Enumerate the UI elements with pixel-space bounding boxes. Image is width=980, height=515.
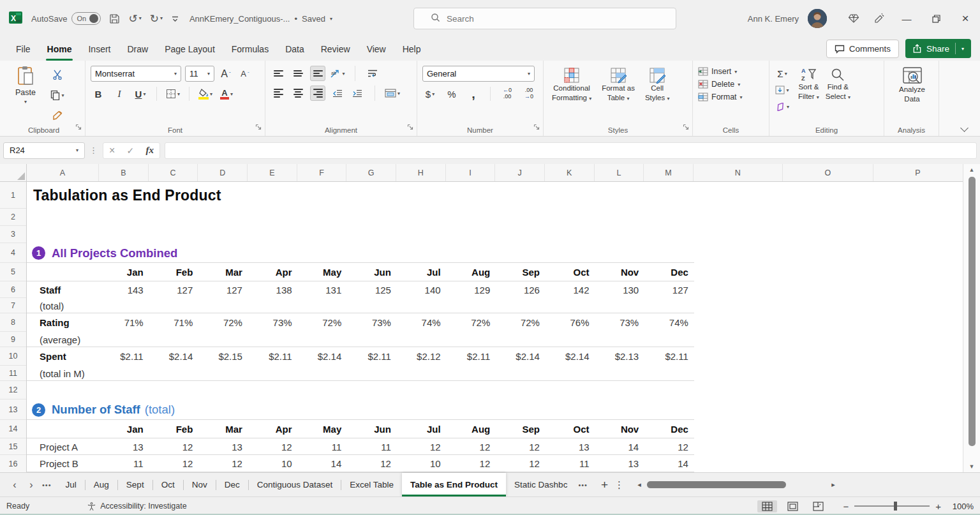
value-cell[interactable]: $2.11 xyxy=(99,351,149,362)
sheet-tab-aug[interactable]: Aug xyxy=(85,473,117,496)
redo-button[interactable]: ↻▾ xyxy=(150,13,163,24)
avatar[interactable] xyxy=(808,9,827,28)
value-cell[interactable]: 127 xyxy=(198,285,248,295)
column-header[interactable]: B xyxy=(99,164,149,181)
sheet-tab-nov[interactable]: Nov xyxy=(184,473,216,496)
value-cell[interactable]: 71% xyxy=(99,317,149,328)
value-cell[interactable]: 127 xyxy=(644,285,694,295)
increase-indent-button[interactable] xyxy=(350,86,365,101)
value-cell[interactable]: 72% xyxy=(495,317,545,328)
value-cell[interactable]: 10 xyxy=(248,458,297,469)
row-header[interactable]: 11 xyxy=(0,366,26,381)
column-header[interactable]: G xyxy=(346,164,396,181)
scroll-left-arrow[interactable]: ◂ xyxy=(634,481,644,489)
month-header-cell[interactable]: Jun xyxy=(346,424,396,435)
value-cell[interactable]: 73% xyxy=(595,317,644,328)
value-cell[interactable]: $2.15 xyxy=(198,351,248,362)
tab-help[interactable]: Help xyxy=(394,37,429,61)
value-cell[interactable]: 12 xyxy=(446,442,496,452)
month-header-cell[interactable]: Oct xyxy=(545,267,595,278)
value-cell[interactable]: 14 xyxy=(644,458,694,469)
autosave-toggle[interactable]: On xyxy=(71,12,101,25)
value-cell[interactable]: $2.11 xyxy=(248,351,297,362)
tab-home[interactable]: Home xyxy=(39,37,80,61)
value-cell[interactable]: 12 xyxy=(149,442,198,452)
borders-button[interactable]: ▾ xyxy=(165,86,181,101)
font-name-select[interactable]: Montserrat▾ xyxy=(91,66,181,82)
value-cell[interactable]: 73% xyxy=(248,317,297,328)
sheet-tab-contiguous-dataset[interactable]: Contiguous Dataset xyxy=(249,473,341,496)
column-header[interactable]: C xyxy=(149,164,198,181)
save-icon[interactable] xyxy=(109,13,120,24)
column-header[interactable]: O xyxy=(783,164,873,181)
delete-cells-button[interactable]: Delete▾ xyxy=(698,80,765,89)
row-label[interactable]: Staff xyxy=(27,285,99,295)
page-layout-view-button[interactable] xyxy=(783,500,803,512)
month-header-cell[interactable]: Jan xyxy=(99,267,149,278)
clipboard-dialog-launcher[interactable] xyxy=(75,121,82,133)
value-cell[interactable]: $2.13 xyxy=(595,351,644,362)
value-cell[interactable]: 76% xyxy=(545,317,595,328)
document-title[interactable]: AnnKEmery_Contiguous-... • Saved ▾ xyxy=(189,14,332,24)
sheet-tab-jul[interactable]: Jul xyxy=(57,473,85,496)
value-cell[interactable]: 126 xyxy=(495,285,545,295)
row-label[interactable]: Project A xyxy=(27,442,99,452)
column-header[interactable]: L xyxy=(595,164,644,181)
column-header[interactable]: H xyxy=(396,164,446,181)
value-cell[interactable]: 142 xyxy=(545,285,595,295)
value-cell[interactable]: 11 xyxy=(99,458,149,469)
row-header[interactable]: 3 xyxy=(0,226,26,243)
enter-button[interactable]: ✓ xyxy=(127,146,135,156)
value-cell[interactable]: 14 xyxy=(297,458,347,469)
column-header[interactable]: D xyxy=(198,164,248,181)
copy-button[interactable]: ▾ xyxy=(50,87,65,103)
month-header-cell[interactable]: Jun xyxy=(346,267,396,278)
value-cell[interactable]: 13 xyxy=(595,458,644,469)
column-header[interactable]: F xyxy=(297,164,347,181)
zoom-slider-thumb[interactable] xyxy=(894,502,897,511)
column-header[interactable]: I xyxy=(446,164,496,181)
align-left-button[interactable] xyxy=(271,86,286,101)
tab-file[interactable]: File xyxy=(8,37,39,61)
sheet-canvas[interactable]: Tabulation as End Product 1All Projects … xyxy=(27,182,963,472)
sheet-tab-sept[interactable]: Sept xyxy=(118,473,152,496)
row-label[interactable]: Spent xyxy=(27,351,99,362)
row-header[interactable]: 1 xyxy=(0,182,26,209)
month-header-cell[interactable]: Nov xyxy=(595,267,644,278)
align-center-button[interactable] xyxy=(290,86,306,101)
underline-button[interactable]: U▾ xyxy=(133,86,148,101)
month-header-cell[interactable]: Feb xyxy=(149,424,198,435)
value-cell[interactable]: 12 xyxy=(495,442,545,452)
tab-draw[interactable]: Draw xyxy=(119,37,156,61)
value-cell[interactable]: 72% xyxy=(446,317,496,328)
row-header[interactable]: 13 xyxy=(0,399,26,420)
value-cell[interactable]: 12 xyxy=(346,458,396,469)
decrease-decimal-button[interactable]: .00→0 xyxy=(521,86,537,101)
increase-decimal-button[interactable]: ←0.00 xyxy=(500,86,515,101)
decrease-indent-button[interactable] xyxy=(330,86,345,101)
select-all-corner[interactable] xyxy=(0,164,27,181)
tab-insert[interactable]: Insert xyxy=(80,37,119,61)
month-header-cell[interactable]: Feb xyxy=(149,267,198,278)
cut-button[interactable] xyxy=(50,67,65,82)
bold-button[interactable]: B xyxy=(91,86,106,101)
fill-color-button[interactable]: ▾ xyxy=(198,86,213,101)
horizontal-scrollbar[interactable]: ◂ ▸ xyxy=(634,481,838,489)
sheet-tab-oct[interactable]: Oct xyxy=(153,473,183,496)
value-cell[interactable]: 14 xyxy=(595,442,644,452)
format-cells-button[interactable]: Format▾ xyxy=(698,93,765,101)
increase-font-button[interactable]: Aˆ xyxy=(218,66,234,82)
restore-button[interactable] xyxy=(921,0,951,37)
search-input[interactable]: Search xyxy=(413,8,676,29)
value-cell[interactable]: 71% xyxy=(149,317,198,328)
row-header[interactable]: 8 xyxy=(0,313,26,332)
value-cell[interactable]: 130 xyxy=(595,285,644,295)
fill-button[interactable]: ▾ xyxy=(775,84,790,96)
value-cell[interactable]: 11 xyxy=(297,442,347,452)
value-cell[interactable]: $2.14 xyxy=(545,351,595,362)
value-cell[interactable]: 74% xyxy=(396,317,446,328)
tab-review[interactable]: Review xyxy=(313,37,359,61)
zoom-in-button[interactable]: + xyxy=(935,501,941,512)
tab-data[interactable]: Data xyxy=(277,37,313,61)
row-header[interactable]: 2 xyxy=(0,209,26,226)
